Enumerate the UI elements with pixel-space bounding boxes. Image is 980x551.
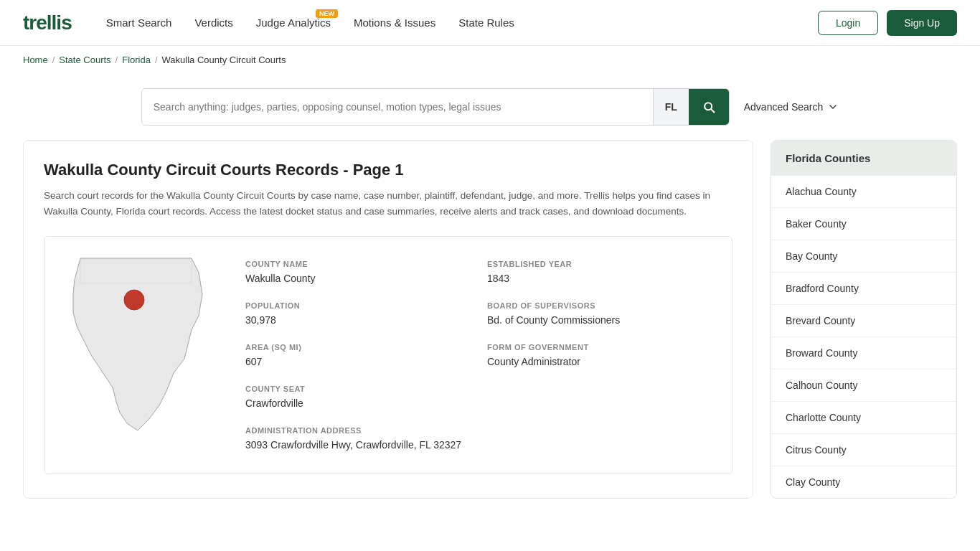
area-block: AREA (SQ MI) 607 <box>234 334 476 376</box>
sidebar-header: Florida Counties <box>771 141 956 176</box>
search-button[interactable] <box>689 89 729 125</box>
main-nav: Smart Search Verdicts Judge Analytics NE… <box>106 17 818 29</box>
area-value: 607 <box>245 356 464 367</box>
search-section: FL Advanced Search <box>0 74 980 140</box>
form-block: FORM OF GOVERNMENT County Administrator <box>476 334 717 376</box>
sidebar-item-charlotte[interactable]: Charlotte County <box>771 402 956 434</box>
sidebar-item-baker[interactable]: Baker County <box>771 208 956 240</box>
new-badge: NEW <box>316 9 338 18</box>
search-icon <box>702 100 716 114</box>
nav-verdicts[interactable]: Verdicts <box>194 17 232 29</box>
sidebar-item-bradford[interactable]: Bradford County <box>771 273 956 305</box>
breadcrumb-state[interactable]: Florida <box>122 55 151 65</box>
logo[interactable]: trellis <box>23 11 72 34</box>
county-name-block: COUNTY NAME Wakulla County <box>234 251 476 293</box>
county-name-label: COUNTY NAME <box>245 260 464 268</box>
nav-judge-analytics[interactable]: Judge Analytics NEW <box>256 17 331 29</box>
board-value: Bd. of County Commissioners <box>487 314 706 326</box>
breadcrumb-sep-1: / <box>52 55 55 65</box>
state-selector[interactable]: FL <box>653 89 689 125</box>
population-label: POPULATION <box>245 301 464 310</box>
nav-smart-search[interactable]: Smart Search <box>106 17 172 29</box>
sidebar-item-citrus[interactable]: Citrus County <box>771 434 956 466</box>
main-content: Wakulla County Circuit Courts Records - … <box>0 140 980 522</box>
seat-value: Crawfordville <box>245 397 464 409</box>
left-panel: Wakulla County Circuit Courts Records - … <box>23 140 753 499</box>
address-block: ADMINISTRATION ADDRESS 3093 Crawfordvill… <box>234 418 717 459</box>
sidebar-item-alachua[interactable]: Alachua County <box>771 176 956 208</box>
area-label: AREA (SQ MI) <box>245 343 464 352</box>
info-grid: COUNTY NAME Wakulla County ESTABLISHED Y… <box>234 251 717 459</box>
search-input[interactable] <box>142 89 653 125</box>
advanced-search[interactable]: Advanced Search <box>744 101 839 113</box>
board-label: BOARD OF SUPERVISORS <box>487 301 706 310</box>
search-wrapper: FL <box>141 88 730 126</box>
form-value: County Administrator <box>487 356 706 367</box>
county-info-section: COUNTY NAME Wakulla County ESTABLISHED Y… <box>44 236 732 474</box>
breadcrumb-sep-2: / <box>116 55 118 65</box>
header-actions: Login Sign Up <box>818 10 957 36</box>
breadcrumb-current: Wakulla County Circuit Courts <box>162 55 286 65</box>
sidebar-item-brevard[interactable]: Brevard County <box>771 305 956 337</box>
board-block: BOARD OF SUPERVISORS Bd. of County Commi… <box>476 293 717 334</box>
county-name-value: Wakulla County <box>245 273 464 284</box>
logo-text: trellis <box>23 11 72 34</box>
florida-map <box>59 251 217 438</box>
nav-state-rules[interactable]: State Rules <box>458 17 514 29</box>
established-value: 1843 <box>487 273 706 284</box>
sidebar-item-clay[interactable]: Clay County <box>771 466 956 498</box>
seat-label: COUNTY SEAT <box>245 385 464 393</box>
form-label: FORM OF GOVERNMENT <box>487 343 706 352</box>
map-area <box>59 251 217 459</box>
advanced-search-label: Advanced Search <box>744 101 824 113</box>
address-value: 3093 Crawfordville Hwy, Crawfordville, F… <box>245 439 706 451</box>
breadcrumb: Home / State Courts / Florida / Wakulla … <box>0 46 980 74</box>
population-block: POPULATION 30,978 <box>234 293 476 334</box>
signup-button[interactable]: Sign Up <box>887 10 957 36</box>
page-description: Search court records for the Wakulla Cou… <box>44 188 732 219</box>
established-block: ESTABLISHED YEAR 1843 <box>476 251 717 293</box>
nav-motions-issues[interactable]: Motions & Issues <box>354 17 435 29</box>
breadcrumb-sep-3: / <box>155 55 158 65</box>
population-value: 30,978 <box>245 314 464 326</box>
breadcrumb-state-courts[interactable]: State Courts <box>59 55 110 65</box>
county-highlight <box>124 290 144 310</box>
chevron-down-icon <box>827 101 839 113</box>
right-sidebar: Florida Counties Alachua County Baker Co… <box>771 140 957 499</box>
breadcrumb-home[interactable]: Home <box>23 55 48 65</box>
sidebar-item-calhoun[interactable]: Calhoun County <box>771 369 956 402</box>
seat-block: COUNTY SEAT Crawfordville <box>234 376 476 418</box>
county-list: Alachua County Baker County Bay County B… <box>771 176 956 498</box>
sidebar-item-broward[interactable]: Broward County <box>771 337 956 369</box>
header: trellis Smart Search Verdicts Judge Anal… <box>0 0 980 46</box>
login-button[interactable]: Login <box>818 11 878 35</box>
address-label: ADMINISTRATION ADDRESS <box>245 426 706 435</box>
sidebar-item-bay[interactable]: Bay County <box>771 240 956 273</box>
established-label: ESTABLISHED YEAR <box>487 260 706 268</box>
page-title: Wakulla County Circuit Courts Records - … <box>44 161 732 179</box>
